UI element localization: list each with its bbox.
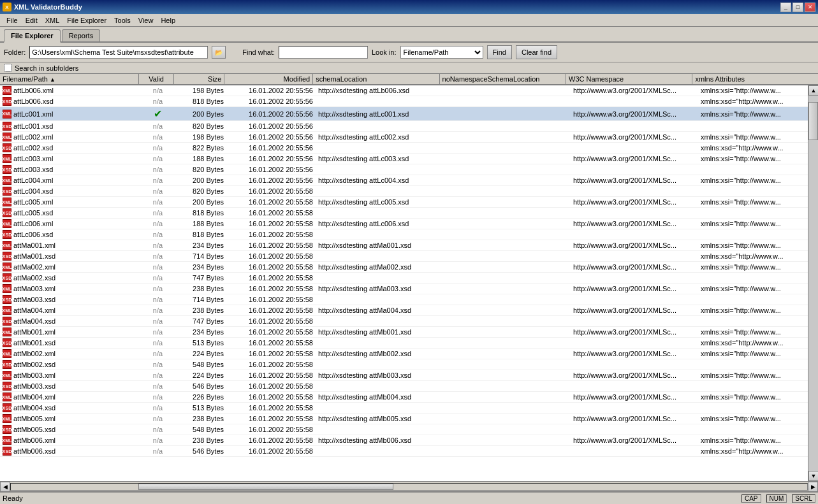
cell-modified: 16.01.2002 20:55:58	[226, 263, 316, 271]
cell-schema	[316, 101, 443, 102]
valid-na: n/a	[153, 306, 163, 314]
subfolder-checkbox[interactable]	[4, 64, 12, 72]
table-row[interactable]: XML attLc006.xml n/a 188 Bytes 16.01.200…	[0, 219, 808, 229]
menu-file[interactable]: File	[3, 16, 22, 25]
menu-view[interactable]: View	[135, 16, 157, 25]
table-row[interactable]: XSD attLc004.xsd n/a 820 Bytes 16.01.200…	[0, 186, 808, 197]
file-type-icon: XML	[3, 328, 11, 336]
table-row[interactable]: XML attMb006.xml n/a 238 Bytes 16.01.200…	[0, 435, 808, 446]
find-button[interactable]: Find	[487, 45, 512, 59]
table-row[interactable]: XSD attMb002.xsd n/a 548 Bytes 16.01.200…	[0, 359, 808, 370]
filename-text: attMa004.xml	[13, 306, 55, 314]
hscroll-track	[10, 483, 808, 491]
table-row[interactable]: XML attMa001.xml n/a 234 Bytes 16.01.200…	[0, 240, 808, 251]
cell-w3c: http://www.w3.org/2001/XMLSc...	[571, 110, 698, 119]
col-size[interactable]: Size	[174, 74, 224, 84]
table-row[interactable]: XSD attMb004.xsd n/a 513 Bytes 16.01.200…	[0, 403, 808, 414]
cell-schema: http://xsdtesting attLc001.xsd	[316, 110, 443, 119]
table-row[interactable]: XSD attLb006.xsd n/a 818 Bytes 16.01.200…	[0, 96, 808, 107]
cell-valid: n/a	[140, 219, 175, 228]
cell-size: 234 Bytes	[175, 263, 226, 271]
table-row[interactable]: XML attLb006.xml n/a 198 Bytes 16.01.200…	[0, 85, 808, 96]
close-button[interactable]: ✕	[805, 3, 815, 12]
file-type-icon: XSD	[3, 317, 11, 326]
table-row[interactable]: XSD attMb005.xsd n/a 548 Bytes 16.01.200…	[0, 424, 808, 435]
cell-schema: http://xsdtesting attMb005.xsd	[316, 414, 443, 423]
scroll-down-arrow[interactable]: ▼	[808, 471, 818, 481]
table-row[interactable]: XML attMa003.xml n/a 238 Bytes 16.01.200…	[0, 284, 808, 294]
scroll-left-arrow[interactable]: ◀	[0, 482, 10, 492]
col-modified[interactable]: Modified	[224, 74, 313, 84]
cell-size: 188 Bytes	[175, 154, 226, 163]
cell-filename: XML attMb005.xml	[0, 414, 140, 424]
cell-nonamespace	[443, 90, 571, 91]
maximize-button[interactable]: □	[792, 3, 803, 12]
cell-nonamespace	[443, 169, 571, 170]
table-row[interactable]: XML attMb005.xml n/a 238 Bytes 16.01.200…	[0, 414, 808, 424]
table-row[interactable]: XSD attLc002.xsd n/a 822 Bytes 16.01.200…	[0, 143, 808, 154]
find-input[interactable]	[279, 46, 368, 59]
table-row[interactable]: XSD attLc003.xsd n/a 820 Bytes 16.01.200…	[0, 164, 808, 175]
table-row[interactable]: XML attLc004.xml n/a 200 Bytes 16.01.200…	[0, 175, 808, 186]
table-row[interactable]: XSD attMb003.xsd n/a 546 Bytes 16.01.200…	[0, 381, 808, 392]
table-row[interactable]: XSD attMa004.xsd n/a 747 Bytes 16.01.200…	[0, 316, 808, 327]
cell-schema: http://xsdtesting attLc004.xsd	[316, 176, 443, 185]
cell-filename: XML attLc005.xml	[0, 197, 140, 207]
clear-find-button[interactable]: Clear find	[516, 45, 557, 59]
table-row[interactable]: XML attMb002.xml n/a 224 Bytes 16.01.200…	[0, 349, 808, 359]
table-row[interactable]: XML attMa004.xml n/a 238 Bytes 16.01.200…	[0, 305, 808, 316]
table-row[interactable]: XSD attMb006.xsd n/a 546 Bytes 16.01.200…	[0, 446, 808, 457]
table-row[interactable]: XSD attMa002.xsd n/a 747 Bytes 16.01.200…	[0, 273, 808, 284]
cell-schema	[316, 256, 443, 257]
cell-xmlns	[698, 191, 808, 192]
menu-edit[interactable]: Edit	[22, 16, 41, 25]
col-w3c[interactable]: W3C Namespace	[566, 74, 692, 84]
table-row[interactable]: XSD attMb001.xsd n/a 513 Bytes 16.01.200…	[0, 338, 808, 349]
lookin-select[interactable]: Filename/Path Schema Location Namespace	[400, 46, 483, 59]
folder-input[interactable]	[29, 46, 208, 59]
file-type-icon: XSD	[3, 230, 11, 239]
table-row[interactable]: XML attLc005.xml n/a 200 Bytes 16.01.200…	[0, 197, 808, 208]
table-row[interactable]: XML attMa002.xml n/a 234 Bytes 16.01.200…	[0, 262, 808, 273]
minimize-button[interactable]: _	[780, 3, 791, 12]
cell-nonamespace	[443, 266, 571, 268]
table-row[interactable]: XSD attLc006.xsd n/a 818 Bytes 16.01.200…	[0, 229, 808, 240]
table-row[interactable]: XML attLc003.xml n/a 188 Bytes 16.01.200…	[0, 154, 808, 164]
col-valid[interactable]: Valid	[139, 74, 174, 84]
menu-help[interactable]: Help	[157, 16, 179, 25]
table-row[interactable]: XML attMb003.xml n/a 224 Bytes 16.01.200…	[0, 370, 808, 381]
scroll-up-arrow[interactable]: ▲	[808, 85, 818, 96]
menu-file-explorer[interactable]: File Explorer	[63, 16, 110, 25]
cell-xmlns: xmlns:xsi="http://www.w...	[698, 349, 808, 358]
col-xmlns[interactable]: xmlns Attributes	[692, 74, 818, 84]
table-row[interactable]: XSD attLc001.xsd n/a 820 Bytes 16.01.200…	[0, 121, 808, 132]
cell-w3c	[571, 299, 698, 300]
horizontal-scrollbar: ◀ ▶	[0, 481, 818, 491]
cell-schema	[316, 169, 443, 170]
cell-modified: 16.01.2002 20:55:56	[226, 154, 316, 163]
tab-file-explorer[interactable]: File Explorer	[4, 29, 61, 43]
cell-xmlns: xmlns:xsi="http://www.w...	[698, 154, 808, 163]
hscroll-thumb[interactable]	[138, 484, 393, 490]
scroll-right-arrow[interactable]: ▶	[808, 482, 818, 492]
subfolder-label[interactable]: Search in subfolders	[15, 64, 78, 72]
table-row[interactable]: XSD attMa001.xsd n/a 714 Bytes 16.01.200…	[0, 251, 808, 262]
table-row[interactable]: XSD attLc005.xsd n/a 818 Bytes 16.01.200…	[0, 208, 808, 219]
table-row[interactable]: XML attMb004.xml n/a 226 Bytes 16.01.200…	[0, 392, 808, 403]
browse-button[interactable]: 📂	[212, 46, 226, 59]
col-nonamespace[interactable]: noNamespaceSchemaLocation	[440, 74, 566, 84]
col-schema[interactable]: schemaLocation	[313, 74, 439, 84]
col-filename[interactable]: Filename/Path ▲	[0, 74, 139, 84]
cell-w3c	[571, 234, 698, 235]
table-row[interactable]: XML attLc001.xml ✔ 200 Bytes 16.01.2002 …	[0, 107, 808, 121]
table-row[interactable]: XML attLc002.xml n/a 198 Bytes 16.01.200…	[0, 132, 808, 143]
menu-tools[interactable]: Tools	[110, 16, 135, 25]
table-row[interactable]: XSD attMa003.xsd n/a 714 Bytes 16.01.200…	[0, 294, 808, 305]
file-type-icon: XML	[3, 371, 11, 380]
status-bar: Ready CAP NUM SCRL	[0, 491, 818, 504]
valid-na: n/a	[153, 220, 163, 227]
menu-xml[interactable]: XML	[41, 16, 64, 25]
scroll-thumb[interactable]	[808, 102, 818, 140]
table-row[interactable]: XML attMb001.xml n/a 234 Bytes 16.01.200…	[0, 327, 808, 338]
tab-reports[interactable]: Reports	[62, 29, 101, 41]
